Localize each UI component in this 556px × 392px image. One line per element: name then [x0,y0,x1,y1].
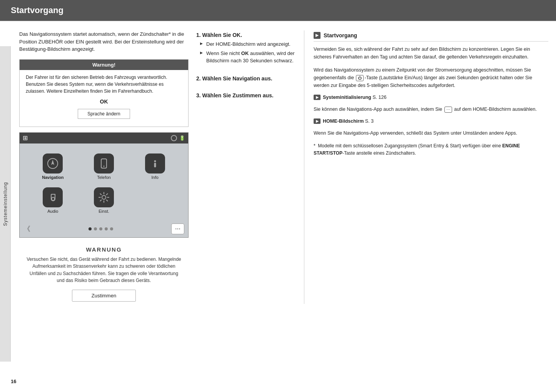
dot-4 [105,227,108,230]
phone-icon-circle [94,153,114,173]
warnung-title: WARNUNG [25,246,182,253]
home-icons-grid: Navigation Telefon [20,143,188,222]
dot-1 [88,227,92,230]
right-column: ▶ Startvorgang Vermeiden Sie es, sich wä… [304,30,548,304]
arrow-left-btn[interactable]: 《 [23,224,30,234]
info-para-4: Wenn Sie die Navigations-App verwenden, … [314,129,548,137]
audio-icon-circle [43,187,63,207]
step-1: 1. Wählen Sie OK. Der HOME-Bildschirm wi… [196,32,296,65]
info-icon-circle [145,153,165,173]
nav-icon-circle [43,153,63,173]
left-column: Das Navigationssystem startet automatisc… [19,30,189,304]
telefon-icon-label: Telefon [97,175,110,180]
ref-icon-1: ▶ [314,95,321,100]
more-btn[interactable]: ⋯ [171,224,184,234]
dot-5 [110,227,113,230]
ref-icon-2: ▶ [314,118,321,124]
einst-icon-circle [94,187,114,207]
step-1-bullets: Der HOME-Bildschirm wird angezeigt. Wenn… [200,40,296,65]
step-1-number: 1. Wählen Sie OK. [196,32,296,38]
bullet-1-1: Der HOME-Bildschirm wird angezeigt. [200,40,296,48]
battery-indicator: 🔋 [179,135,185,141]
page-header: Startvorgang [0,0,556,21]
page-number: 16 [11,379,16,384]
ok-text: OK [26,98,182,106]
settings-icon-svg [98,192,110,203]
svg-point-4 [154,160,156,162]
svg-marker-1 [51,160,54,165]
zustimmen-btn[interactable]: Zustimmen [72,290,136,302]
home-screen-bottom: 《 ⋯ [20,222,188,237]
ref-text-2: HOME-Bildschirm S. 3 [323,118,374,124]
telefon-icon-item[interactable]: Telefon [78,150,130,183]
warning-box: Warnung! Der Fahrer ist für den sicheren… [19,59,189,127]
nav-icon-item[interactable]: Navigation [27,150,78,183]
topbar: ⊞ 🔋 [20,133,188,143]
ref-line-2: ▶ HOME-Bildschirm S. 3 [314,118,548,124]
grid-icon: ⊞ [23,134,28,142]
middle-column: 1. Wählen Sie OK. Der HOME-Bildschirm wi… [196,30,296,304]
info-icon-label: Info [151,175,158,180]
navigation-icon-svg [47,157,59,170]
audio-icon-item[interactable]: Audio [27,183,78,217]
ref-text-1: Systeminitialisierung S. 126 [323,95,386,100]
info-para-3: Sie können die Navigations-App auch ausw… [314,105,548,113]
info-para-1: Vermeiden Sie es, sich während der Fahrt… [314,45,548,61]
power-icon: ⏻ [356,75,364,81]
sprache-btn[interactable]: Sprache ändern [78,109,130,119]
phone-icon-svg [99,158,109,169]
step-2-text: 2. Wählen Sie Navigation aus. [196,75,296,82]
home-screen: ⊞ 🔋 Navigation [19,132,189,238]
page-title: Startvorgang [11,5,545,15]
warnung-section: WARNUNG Versuchen Sie nicht, das Gerät w… [19,243,189,304]
svg-point-7 [102,195,106,199]
nav-icon-label: Navigation [42,175,63,180]
einst-icon-label: Einst. [99,209,109,214]
step-3-text: 3. Wählen Sie Zustimmen aus. [196,92,296,98]
ref-line-1: ▶ Systeminitialisierung S. 126 [314,95,548,100]
info-section-title: ▶ Startvorgang [314,32,548,42]
intro-text: Das Navigationssystem startet automatisc… [19,30,189,53]
main-content: Das Navigationssystem startet automatisc… [12,21,556,312]
dot-2 [94,227,97,230]
step-3: 3. Wählen Sie Zustimmen aus. [196,92,296,98]
audio-icon-svg [47,192,58,203]
info-icon-item[interactable]: Info [129,150,180,183]
audio-icon-label: Audio [47,209,58,214]
apps-icon: ⋯ [444,107,452,113]
info-icon-svg [150,158,160,169]
einst-icon-item[interactable]: Einst. [78,183,130,217]
svg-rect-5 [154,163,156,167]
section-icon: ▶ [314,32,321,39]
bullet-1-2: Wenn Sie nicht OK auswählen, wird der Bi… [200,50,296,65]
warning-body: Der Fahrer ist für den sicheren Betrieb … [20,70,188,127]
step-2: 2. Wählen Sie Navigation aus. [196,75,296,82]
topbar-circle [171,135,177,141]
svg-point-6 [52,197,55,200]
warning-header: Warnung! [20,60,188,70]
dot-3 [99,227,102,230]
sidebar-label: Systemeinstellung [0,46,11,362]
bottom-dots [88,227,113,230]
info-para-2: Wird das Navigationssystem zu einem Zeit… [314,66,548,89]
footnote: * Modelle mit dem schlüssellosen Zugangs… [314,142,548,157]
warnung-text: Versuchen Sie nicht, das Gerät während d… [25,256,182,284]
